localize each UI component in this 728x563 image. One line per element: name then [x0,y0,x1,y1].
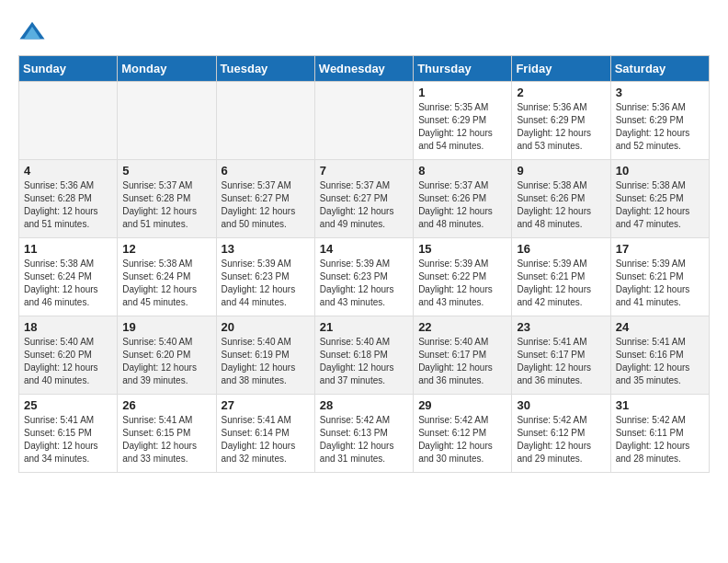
calendar-cell: 7Sunrise: 5:37 AMSunset: 6:27 PMDaylight… [314,160,413,238]
cell-info: Sunrise: 5:36 AMSunset: 6:28 PMDaylight:… [24,179,112,231]
day-number: 12 [122,242,210,256]
cell-info: Sunrise: 5:37 AMSunset: 6:27 PMDaylight:… [320,179,408,231]
day-number: 17 [616,242,704,256]
cell-info: Sunrise: 5:41 AMSunset: 6:15 PMDaylight:… [24,414,112,465]
calendar-cell: 31Sunrise: 5:42 AMSunset: 6:11 PMDayligh… [610,395,709,473]
cell-info: Sunrise: 5:41 AMSunset: 6:15 PMDaylight:… [122,414,210,465]
cell-info: Sunrise: 5:38 AMSunset: 6:24 PMDaylight:… [24,258,112,309]
cell-info: Sunrise: 5:36 AMSunset: 6:29 PMDaylight:… [616,101,704,153]
day-number: 20 [222,320,310,334]
day-number: 9 [517,164,605,178]
cell-info: Sunrise: 5:38 AMSunset: 6:25 PMDaylight:… [616,179,704,231]
calendar-cell: 2Sunrise: 5:36 AMSunset: 6:29 PMDaylight… [512,82,610,160]
day-number: 23 [517,320,605,334]
cell-info: Sunrise: 5:38 AMSunset: 6:26 PMDaylight:… [517,179,605,231]
calendar-cell [216,82,314,160]
calendar-cell: 14Sunrise: 5:39 AMSunset: 6:23 PMDayligh… [314,238,413,316]
cell-info: Sunrise: 5:42 AMSunset: 6:11 PMDaylight:… [616,414,704,465]
cell-info: Sunrise: 5:37 AMSunset: 6:26 PMDaylight:… [418,179,506,231]
calendar-cell: 22Sunrise: 5:40 AMSunset: 6:17 PMDayligh… [414,316,512,395]
calendar-header-row: SundayMondayTuesdayWednesdayThursdayFrid… [19,56,710,82]
cell-info: Sunrise: 5:36 AMSunset: 6:29 PMDaylight:… [517,101,605,153]
day-number: 21 [320,320,408,334]
cell-info: Sunrise: 5:41 AMSunset: 6:16 PMDaylight:… [616,336,704,387]
calendar-table: SundayMondayTuesdayWednesdayThursdayFrid… [18,55,710,473]
calendar-cell: 1Sunrise: 5:35 AMSunset: 6:29 PMDaylight… [414,82,512,160]
calendar-cell: 23Sunrise: 5:41 AMSunset: 6:17 PMDayligh… [512,316,610,395]
day-number: 24 [616,320,704,334]
day-header-thursday: Thursday [414,56,512,82]
day-number: 14 [320,242,408,256]
cell-info: Sunrise: 5:42 AMSunset: 6:13 PMDaylight:… [320,414,408,465]
day-header-friday: Friday [512,56,610,82]
cell-info: Sunrise: 5:35 AMSunset: 6:29 PMDaylight:… [418,101,506,153]
day-number: 4 [24,164,112,178]
cell-info: Sunrise: 5:40 AMSunset: 6:20 PMDaylight:… [122,336,210,387]
day-number: 29 [418,398,506,412]
day-number: 11 [24,242,112,256]
calendar-week-1: 1Sunrise: 5:35 AMSunset: 6:29 PMDaylight… [19,82,710,160]
calendar-cell [314,82,413,160]
calendar-cell: 11Sunrise: 5:38 AMSunset: 6:24 PMDayligh… [19,238,118,316]
calendar-cell: 12Sunrise: 5:38 AMSunset: 6:24 PMDayligh… [118,238,216,316]
day-header-wednesday: Wednesday [314,56,413,82]
day-number: 18 [24,320,112,334]
cell-info: Sunrise: 5:38 AMSunset: 6:24 PMDaylight:… [122,258,210,309]
cell-info: Sunrise: 5:40 AMSunset: 6:17 PMDaylight:… [418,336,506,387]
calendar-cell [118,82,216,160]
day-number: 8 [418,164,506,178]
cell-info: Sunrise: 5:41 AMSunset: 6:17 PMDaylight:… [517,336,605,387]
cell-info: Sunrise: 5:39 AMSunset: 6:23 PMDaylight:… [320,258,408,309]
calendar-cell: 8Sunrise: 5:37 AMSunset: 6:26 PMDaylight… [414,160,512,238]
day-number: 27 [222,398,310,412]
day-number: 30 [517,398,605,412]
calendar-week-3: 11Sunrise: 5:38 AMSunset: 6:24 PMDayligh… [19,238,710,316]
day-number: 3 [616,86,704,99]
calendar-cell: 5Sunrise: 5:37 AMSunset: 6:28 PMDaylight… [118,160,216,238]
calendar-cell: 19Sunrise: 5:40 AMSunset: 6:20 PMDayligh… [118,316,216,395]
day-header-sunday: Sunday [19,56,118,82]
day-number: 26 [122,398,210,412]
day-number: 7 [320,164,408,178]
cell-info: Sunrise: 5:39 AMSunset: 6:22 PMDaylight:… [418,258,506,309]
day-number: 15 [418,242,506,256]
cell-info: Sunrise: 5:40 AMSunset: 6:18 PMDaylight:… [320,336,408,387]
calendar-cell: 9Sunrise: 5:38 AMSunset: 6:26 PMDaylight… [512,160,610,238]
calendar-week-5: 25Sunrise: 5:41 AMSunset: 6:15 PMDayligh… [19,395,710,473]
day-number: 22 [418,320,506,334]
day-header-tuesday: Tuesday [216,56,314,82]
day-number: 13 [222,242,310,256]
cell-info: Sunrise: 5:41 AMSunset: 6:14 PMDaylight:… [222,414,310,465]
day-number: 16 [517,242,605,256]
calendar-cell: 29Sunrise: 5:42 AMSunset: 6:12 PMDayligh… [414,395,512,473]
calendar-cell: 27Sunrise: 5:41 AMSunset: 6:14 PMDayligh… [216,395,314,473]
calendar-cell: 26Sunrise: 5:41 AMSunset: 6:15 PMDayligh… [118,395,216,473]
calendar-cell: 13Sunrise: 5:39 AMSunset: 6:23 PMDayligh… [216,238,314,316]
cell-info: Sunrise: 5:37 AMSunset: 6:28 PMDaylight:… [122,179,210,231]
day-number: 2 [517,86,605,99]
calendar-cell: 18Sunrise: 5:40 AMSunset: 6:20 PMDayligh… [19,316,118,395]
calendar-cell: 28Sunrise: 5:42 AMSunset: 6:13 PMDayligh… [314,395,413,473]
cell-info: Sunrise: 5:39 AMSunset: 6:21 PMDaylight:… [517,258,605,309]
calendar-cell: 20Sunrise: 5:40 AMSunset: 6:19 PMDayligh… [216,316,314,395]
calendar-cell: 6Sunrise: 5:37 AMSunset: 6:27 PMDaylight… [216,160,314,238]
day-header-saturday: Saturday [610,56,709,82]
calendar-cell [19,82,118,160]
cell-info: Sunrise: 5:40 AMSunset: 6:20 PMDaylight:… [24,336,112,387]
cell-info: Sunrise: 5:42 AMSunset: 6:12 PMDaylight:… [517,414,605,465]
calendar-week-4: 18Sunrise: 5:40 AMSunset: 6:20 PMDayligh… [19,316,710,395]
day-number: 28 [320,398,408,412]
cell-info: Sunrise: 5:42 AMSunset: 6:12 PMDaylight:… [418,414,506,465]
day-number: 10 [616,164,704,178]
day-number: 6 [222,164,310,178]
calendar-cell: 30Sunrise: 5:42 AMSunset: 6:12 PMDayligh… [512,395,610,473]
logo-icon [18,18,46,46]
day-number: 5 [122,164,210,178]
cell-info: Sunrise: 5:37 AMSunset: 6:27 PMDaylight:… [222,179,310,231]
calendar-week-2: 4Sunrise: 5:36 AMSunset: 6:28 PMDaylight… [19,160,710,238]
calendar-cell: 10Sunrise: 5:38 AMSunset: 6:25 PMDayligh… [610,160,709,238]
page-header [18,18,710,46]
calendar-cell: 3Sunrise: 5:36 AMSunset: 6:29 PMDaylight… [610,82,709,160]
logo [18,18,50,46]
calendar-cell: 4Sunrise: 5:36 AMSunset: 6:28 PMDaylight… [19,160,118,238]
